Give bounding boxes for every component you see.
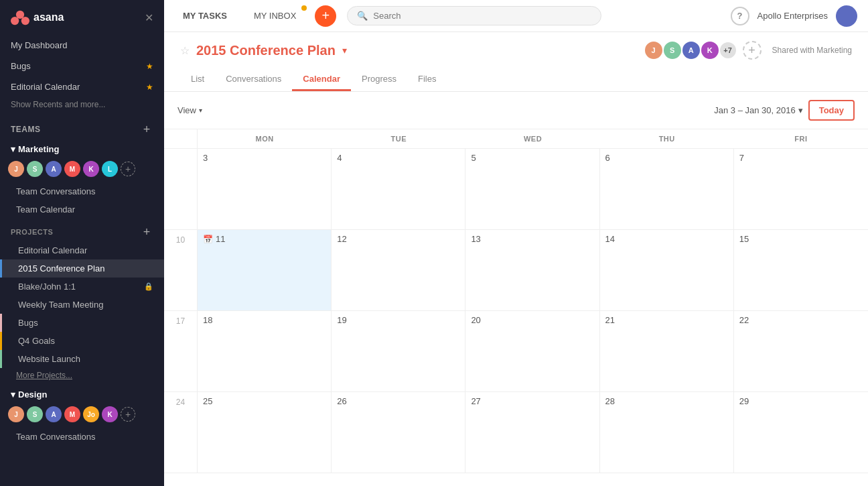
today-button[interactable]: Today <box>808 100 855 121</box>
project-name: 2015 Conference Plan <box>196 43 336 58</box>
svg-point-2 <box>21 17 29 25</box>
sidebar-item-bugs-label: Bugs <box>11 61 31 71</box>
add-team-button[interactable]: + <box>140 123 153 136</box>
cal-day-4[interactable]: 4 <box>332 149 465 229</box>
teams-section-header: Teams + <box>0 115 164 140</box>
avatar: J <box>8 161 24 177</box>
sidebar-item-website-launch[interactable]: Website Launch <box>0 350 164 368</box>
cal-day-28[interactable]: 28 <box>600 392 734 473</box>
cal-day-25[interactable]: 25 <box>198 392 332 473</box>
member-avatar: A <box>681 40 701 60</box>
team-marketing[interactable]: ▾ Marketing <box>0 140 164 158</box>
sidebar-item-design-conversations[interactable]: Team Conversations <box>0 428 164 446</box>
close-icon[interactable]: ✕ <box>145 11 153 24</box>
team-marketing-avatars: J S A M K L + <box>0 158 164 182</box>
cal-day-18[interactable]: 18 <box>198 311 332 391</box>
mon-header: MON <box>198 129 332 148</box>
cal-day-29[interactable]: 29 <box>734 392 868 473</box>
tab-calendar[interactable]: Calendar <box>292 68 351 91</box>
chevron-down-icon: ▾ <box>798 105 803 115</box>
tab-files[interactable]: Files <box>407 68 447 91</box>
cal-day-21[interactable]: 21 <box>600 311 734 391</box>
cal-day-5[interactable]: 5 <box>465 149 599 229</box>
tab-conversations[interactable]: Conversations <box>215 68 292 91</box>
sidebar-item-conference-plan[interactable]: 2015 Conference Plan <box>0 259 164 278</box>
sidebar-item-bugs[interactable]: Bugs <box>0 314 164 332</box>
top-nav: MY TASKS MY INBOX + 🔍 ? Apollo Enterpris… <box>164 0 868 32</box>
team-design[interactable]: ▾ Design <box>0 385 164 404</box>
projects-label: PROJECTS <box>11 228 53 236</box>
more-projects-link[interactable]: More Projects... <box>0 368 164 385</box>
user-avatar[interactable] <box>836 5 857 27</box>
cal-day-14[interactable]: 14 <box>600 230 734 310</box>
tab-list[interactable]: List <box>180 68 215 91</box>
project-dropdown-icon[interactable]: ▾ <box>342 45 347 56</box>
thu-header: THU <box>600 129 734 148</box>
top-nav-right: ? Apollo Enterprises <box>731 5 858 27</box>
avatar: A <box>46 406 62 422</box>
cal-day-3[interactable]: 3 <box>198 149 332 229</box>
cal-day-26[interactable]: 26 <box>332 392 465 473</box>
search-icon: 🔍 <box>357 11 368 21</box>
search-box: 🔍 <box>347 6 601 25</box>
sidebar-item-editorial-label: Editorial Calendar <box>11 82 80 92</box>
cal-day-22[interactable]: 22 <box>734 311 868 391</box>
cal-day-11[interactable]: 📅 11 <box>198 230 332 310</box>
favorite-star-icon[interactable]: ☆ <box>180 44 190 57</box>
calendar-week-1: 3 4 5 6 7 <box>164 149 868 230</box>
cal-day-20[interactable]: 20 <box>465 311 599 391</box>
wed-header: WED <box>465 129 599 148</box>
add-member-button[interactable]: + <box>121 407 135 422</box>
project-members-area: J S A K +7 + Shared with Marketing <box>644 40 852 60</box>
week-num: 17 <box>164 311 198 391</box>
sidebar-item-team-conversations[interactable]: Team Conversations <box>0 182 164 200</box>
cal-day-13[interactable]: 13 <box>465 230 599 310</box>
cal-day-6[interactable]: 6 <box>600 149 734 229</box>
cal-day-15[interactable]: 15 <box>734 230 868 310</box>
calendar-nav: Jan 3 – Jan 30, 2016 ▾ Today <box>714 100 855 121</box>
chevron-down-icon: ▾ <box>199 107 202 114</box>
member-avatar: J <box>644 40 664 60</box>
sidebar-item-bugs[interactable]: Bugs ★ <box>0 56 164 76</box>
avatar: A <box>46 161 62 177</box>
sidebar-item-weekly-meeting[interactable]: Weekly Team Meeting <box>0 296 164 314</box>
cal-day-27[interactable]: 27 <box>465 392 599 473</box>
asana-logo[interactable]: asana <box>11 8 64 27</box>
team-design-avatars: J S A M Jo K + <box>0 404 164 428</box>
my-inbox-tab[interactable]: MY INBOX <box>246 5 304 26</box>
tab-progress[interactable]: Progress <box>351 68 407 91</box>
show-recents-link[interactable]: Show Recents and more... <box>0 97 164 115</box>
avatar: J <box>8 406 24 422</box>
help-button[interactable]: ? <box>731 7 749 25</box>
sidebar-item-blake-john[interactable]: Blake/John 1:1 🔒 <box>0 278 164 296</box>
cal-day-12[interactable]: 12 <box>332 230 465 310</box>
star-icon: ★ <box>146 82 153 92</box>
add-project-button[interactable]: + <box>140 225 153 239</box>
sidebar-item-dashboard[interactable]: My Dashboard <box>0 35 164 56</box>
sidebar-item-q4-goals[interactable]: Q4 Goals <box>0 332 164 350</box>
add-member-button[interactable]: + <box>743 41 762 60</box>
sidebar-item-dashboard-label: My Dashboard <box>11 40 68 50</box>
date-range-selector[interactable]: Jan 3 – Jan 30, 2016 ▾ <box>714 105 802 115</box>
cal-day-19[interactable]: 19 <box>332 311 465 391</box>
project-members: J S A K +7 + <box>644 40 762 60</box>
my-tasks-tab[interactable]: MY TASKS <box>175 5 235 26</box>
calendar-area: View ▾ Jan 3 – Jan 30, 2016 ▾ Today MON … <box>164 92 868 486</box>
add-task-button[interactable]: + <box>315 5 336 27</box>
member-count-badge: +7 <box>719 41 737 60</box>
project-header: ☆ 2015 Conference Plan ▾ J S A K +7 + Sh… <box>164 32 868 92</box>
search-input[interactable] <box>373 11 591 21</box>
team-marketing-label: Marketing <box>18 144 59 154</box>
week-num <box>164 149 198 229</box>
add-member-button[interactable]: + <box>121 162 135 176</box>
view-dropdown-button[interactable]: View ▾ <box>177 105 202 115</box>
sidebar-item-editorial[interactable]: Editorial Calendar ★ <box>0 76 164 97</box>
avatar: S <box>27 161 43 177</box>
avatar: L <box>102 161 118 177</box>
week-num: 10 <box>164 230 198 310</box>
sidebar-item-editorial-calendar[interactable]: Editorial Calendar <box>0 241 164 259</box>
sidebar-item-team-calendar[interactable]: Team Calendar <box>0 200 164 219</box>
projects-header: PROJECTS + <box>0 219 164 241</box>
cal-day-7[interactable]: 7 <box>734 149 868 229</box>
asana-logo-icon <box>11 8 29 27</box>
